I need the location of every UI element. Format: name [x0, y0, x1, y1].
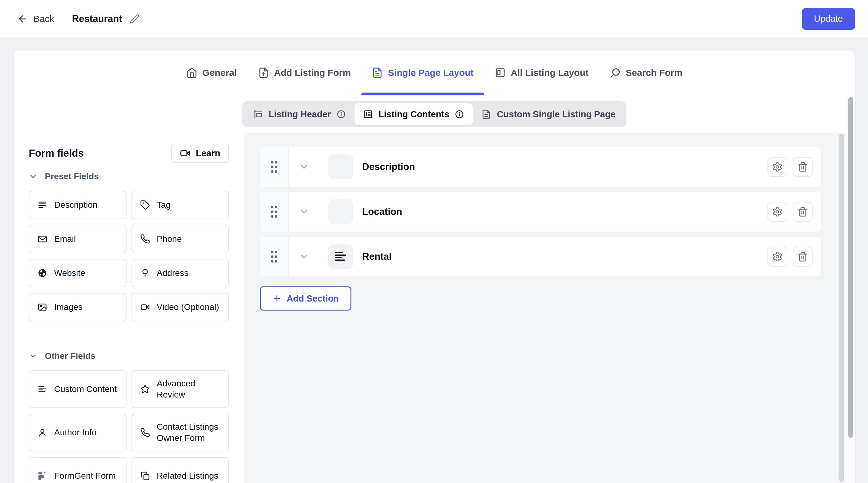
file-text-icon	[481, 109, 491, 119]
section-label: Description	[362, 161, 415, 172]
learn-label: Learn	[196, 148, 220, 159]
align-left-icon	[37, 384, 47, 394]
section-row-rental: Rental	[260, 237, 821, 277]
field-email[interactable]: Email	[29, 225, 126, 253]
tab-search-form[interactable]: Search Form	[610, 51, 682, 95]
other-fields-toggle[interactable]: Other Fields	[29, 351, 229, 361]
edit-title-button[interactable]	[130, 14, 140, 24]
tab-label: All Listing Layout	[511, 67, 589, 78]
listing-contents-icon	[363, 109, 373, 119]
chevron-down-icon	[299, 162, 309, 172]
image-icon	[37, 302, 47, 312]
section-icon-placeholder	[328, 154, 353, 179]
user-icon	[37, 428, 47, 437]
tab-add-listing-form[interactable]: Add Listing Form	[258, 51, 351, 95]
gear-icon	[772, 162, 783, 172]
section-label: Location	[362, 206, 402, 217]
collapse-toggle[interactable]	[299, 252, 309, 262]
field-label: Related Listings	[157, 470, 218, 481]
trash-icon	[798, 251, 808, 262]
search-icon	[610, 67, 621, 78]
field-phone[interactable]: Phone	[131, 225, 229, 253]
video-icon	[140, 302, 150, 312]
section-row-description: Description	[260, 147, 821, 187]
subtab-label: Listing Contents	[379, 109, 450, 119]
layout-body: Form fields Learn Preset Fields Descript…	[14, 133, 855, 483]
field-custom-content[interactable]: Custom Content	[29, 370, 126, 408]
field-label: Address	[157, 267, 189, 279]
preset-fields-toggle[interactable]: Preset Fields	[29, 172, 229, 181]
update-button[interactable]: Update	[802, 8, 855, 30]
back-label: Back	[33, 13, 54, 24]
subtab-custom-single-listing-page[interactable]: Custom Single Listing Page	[473, 104, 624, 125]
field-label: Description	[54, 199, 97, 210]
section-settings-button[interactable]	[768, 247, 787, 266]
field-contact-listings-owner-form[interactable]: Contact Listings Owner Form	[131, 414, 229, 451]
field-author-info[interactable]: Author Info	[29, 414, 126, 451]
field-label: Custom Content	[54, 383, 117, 395]
section-delete-button[interactable]	[793, 202, 813, 222]
drag-handle[interactable]	[260, 147, 289, 187]
info-icon[interactable]	[337, 110, 346, 119]
panel-scrollbar-thumb[interactable]	[848, 97, 853, 438]
info-icon[interactable]	[455, 110, 464, 119]
subtab-listing-contents[interactable]: Listing Contents	[354, 104, 473, 125]
section-settings-button[interactable]	[768, 157, 787, 177]
grip-dots-icon	[269, 160, 280, 174]
field-video-optional[interactable]: Video (Optional)	[131, 293, 229, 321]
preset-fields-grid: Description Tag Email Phone Website	[29, 191, 229, 321]
subtab-pillbar: Listing Header Listing Contents Custom S…	[242, 101, 626, 127]
add-section-button[interactable]: Add Section	[260, 286, 351, 311]
listing-header-icon	[253, 109, 263, 119]
home-icon	[186, 67, 197, 78]
globe-icon	[37, 268, 47, 278]
field-address[interactable]: Address	[131, 259, 229, 287]
trash-icon	[798, 206, 808, 217]
field-formgent-form[interactable]: FormGent Form	[29, 457, 126, 483]
field-advanced-review[interactable]: Advanced Review	[131, 370, 229, 408]
subtab-band: Listing Header Listing Contents Custom S…	[14, 95, 855, 133]
form-fields-sidebar: Form fields Learn Preset Fields Descript…	[14, 133, 244, 483]
field-label: Advanced Review	[157, 378, 224, 401]
field-label: Email	[54, 233, 76, 245]
section-settings-button[interactable]	[768, 202, 787, 222]
section-delete-button[interactable]	[793, 157, 813, 177]
field-label: Phone	[157, 233, 182, 245]
phone-icon	[140, 234, 150, 244]
page-title: Restaurant	[72, 13, 122, 25]
field-label: FormGent Form	[54, 470, 116, 481]
collapse-toggle[interactable]	[299, 207, 309, 217]
drag-handle[interactable]	[260, 192, 289, 232]
tab-general[interactable]: General	[186, 51, 237, 95]
content-scrollbar-thumb[interactable]	[839, 134, 844, 482]
field-images[interactable]: Images	[29, 293, 126, 321]
drag-handle[interactable]	[260, 237, 289, 277]
field-website[interactable]: Website	[29, 259, 126, 287]
section-delete-button[interactable]	[793, 247, 813, 266]
subtab-listing-header[interactable]: Listing Header	[244, 104, 354, 125]
other-fields-grid: Custom Content Advanced Review Author In…	[29, 370, 229, 483]
tab-all-listing-layout[interactable]: All Listing Layout	[495, 51, 589, 95]
star-icon	[140, 384, 150, 394]
chevron-down-icon	[299, 252, 309, 262]
learn-button[interactable]: Learn	[171, 144, 229, 163]
sections-panel: Description	[244, 133, 846, 483]
field-related-listings[interactable]: Related Listings	[131, 457, 229, 483]
grip-dots-icon	[269, 204, 280, 219]
tab-single-page-layout[interactable]: Single Page Layout	[372, 51, 474, 95]
formgent-logo-icon	[37, 471, 47, 481]
tag-icon	[140, 200, 150, 210]
map-pin-icon	[140, 268, 150, 278]
collapse-toggle[interactable]	[299, 162, 309, 172]
field-tag[interactable]: Tag	[131, 191, 229, 219]
align-left-icon	[334, 250, 348, 264]
panel-scrollbar-track	[846, 96, 855, 483]
section-label: Rental	[362, 251, 392, 262]
chevron-down-icon	[299, 207, 309, 217]
copy-icon	[140, 471, 150, 481]
field-label: Tag	[157, 199, 171, 210]
back-button[interactable]: Back	[17, 13, 54, 24]
subtab-label: Listing Header	[269, 109, 331, 119]
arrow-left-icon	[17, 13, 28, 24]
field-description[interactable]: Description	[29, 191, 126, 219]
